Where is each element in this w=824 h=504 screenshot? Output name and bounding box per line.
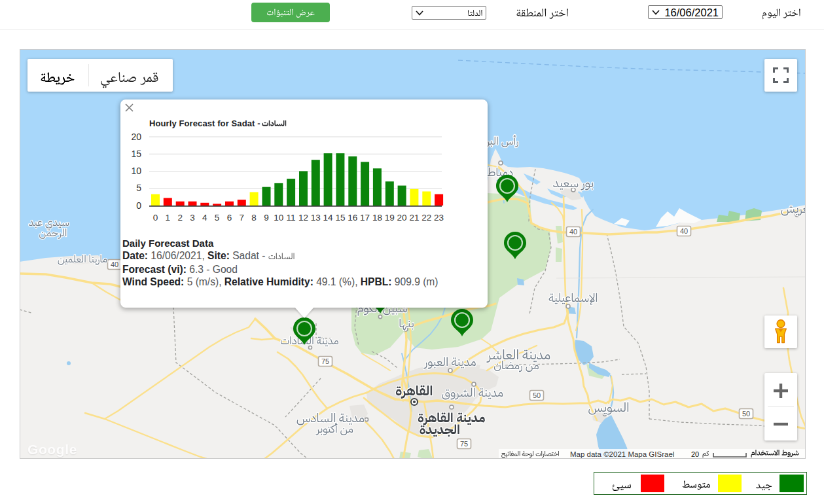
svg-text:50: 50 — [533, 391, 541, 399]
svg-text:40: 40 — [569, 228, 577, 236]
svg-text:75: 75 — [460, 440, 468, 448]
svg-text:75: 75 — [321, 357, 329, 365]
svg-text:50: 50 — [742, 410, 750, 418]
svg-text:40: 40 — [111, 261, 118, 268]
svg-text:40: 40 — [680, 227, 688, 235]
